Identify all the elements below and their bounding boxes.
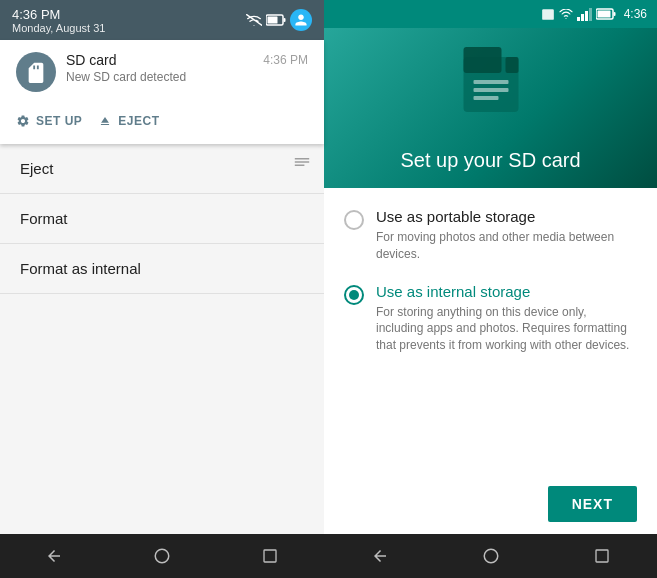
sdcard-notif-icon <box>25 61 47 83</box>
hero-title: Set up your SD card <box>400 149 580 172</box>
right-panel: 4:36 Set up your SD card Use as portable… <box>324 0 657 578</box>
svg-rect-14 <box>473 96 498 100</box>
back-button[interactable] <box>34 536 74 576</box>
hero-sdcard-icon <box>458 42 523 117</box>
notification-card: SD card 4:36 PM New SD card detected SET… <box>0 40 324 144</box>
gear-icon <box>16 114 30 128</box>
right-status-icons: 4:36 <box>541 7 647 21</box>
svg-rect-8 <box>613 12 615 16</box>
notif-actions: SET UP EJECT <box>16 102 308 132</box>
hero-section: Set up your SD card <box>324 28 657 188</box>
next-button[interactable]: NEXT <box>548 486 637 522</box>
signal-icon <box>577 7 592 21</box>
notif-subtitle: New SD card detected <box>66 70 308 84</box>
home-button[interactable] <box>142 536 182 576</box>
status-date: Monday, August 31 <box>12 22 105 34</box>
notif-header: SD card 4:36 PM New SD card detected <box>16 52 308 92</box>
menu-area: Eject Format Format as internal <box>0 144 324 534</box>
status-text: 4:36 PM Monday, August 31 <box>12 7 105 34</box>
person-icon <box>294 13 308 27</box>
recents-button[interactable] <box>250 536 290 576</box>
right-bottom-nav <box>324 534 657 578</box>
right-home-button[interactable] <box>471 536 511 576</box>
portable-label: Use as portable storage <box>376 208 637 225</box>
battery-icon <box>266 14 286 26</box>
setup-label: SET UP <box>36 114 82 128</box>
notif-timestamp: 4:36 PM <box>263 53 308 67</box>
right-status-bar: 4:36 <box>324 0 657 28</box>
svg-rect-4 <box>264 550 276 562</box>
internal-label: Use as internal storage <box>376 283 637 300</box>
internal-option[interactable]: Use as internal storage For storing anyt… <box>344 283 637 354</box>
right-status-time: 4:36 <box>624 7 647 21</box>
svg-rect-13 <box>473 88 508 92</box>
status-time: 4:36 PM <box>12 7 105 22</box>
notif-content: SD card 4:36 PM New SD card detected <box>66 52 308 84</box>
eject-icon <box>98 114 112 128</box>
status-icons <box>246 9 312 31</box>
overflow-menu-icon[interactable] <box>292 152 312 175</box>
right-battery-icon <box>596 8 616 20</box>
svg-rect-5 <box>542 9 554 19</box>
portable-radio[interactable] <box>344 210 364 230</box>
wifi-icon <box>246 14 262 26</box>
portable-option[interactable]: Use as portable storage For moving photo… <box>344 208 637 263</box>
menu-item-format-internal[interactable]: Format as internal <box>0 244 324 294</box>
notif-icon <box>16 52 56 92</box>
avatar <box>290 9 312 31</box>
options-content: Use as portable storage For moving photo… <box>324 188 657 474</box>
setup-button[interactable]: SET UP <box>16 110 82 132</box>
notif-title-row: SD card 4:36 PM <box>66 52 308 68</box>
portable-text: Use as portable storage For moving photo… <box>376 208 637 263</box>
portable-description: For moving photos and other media betwee… <box>376 229 637 263</box>
left-status-bar: 4:36 PM Monday, August 31 <box>0 0 324 40</box>
svg-rect-7 <box>597 11 610 18</box>
svg-rect-10 <box>463 47 501 73</box>
svg-point-15 <box>484 549 498 563</box>
eject-label: EJECT <box>118 114 159 128</box>
internal-radio[interactable] <box>344 285 364 305</box>
svg-rect-16 <box>596 550 608 562</box>
menu-item-eject[interactable]: Eject <box>0 144 324 194</box>
notif-title: SD card <box>66 52 117 68</box>
internal-text: Use as internal storage For storing anyt… <box>376 283 637 354</box>
lines-icon <box>292 154 312 170</box>
svg-rect-11 <box>505 57 518 73</box>
svg-rect-2 <box>284 18 286 22</box>
right-wifi-icon <box>559 9 573 19</box>
right-back-button[interactable] <box>360 536 400 576</box>
left-panel: 4:36 PM Monday, August 31 <box>0 0 324 578</box>
svg-rect-12 <box>473 80 508 84</box>
eject-button[interactable]: EJECT <box>98 110 159 132</box>
svg-rect-1 <box>268 17 278 24</box>
sd-status-icon <box>541 8 555 20</box>
menu-item-format[interactable]: Format <box>0 194 324 244</box>
right-recents-button[interactable] <box>582 536 622 576</box>
left-bottom-nav <box>0 534 324 578</box>
svg-point-3 <box>155 549 169 563</box>
internal-description: For storing anything on this device only… <box>376 304 637 354</box>
footer: NEXT <box>324 474 657 534</box>
